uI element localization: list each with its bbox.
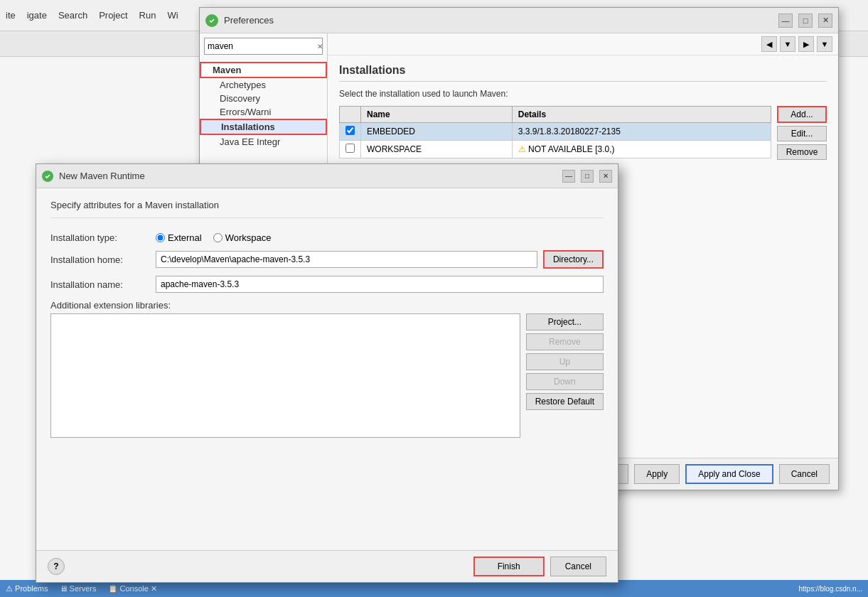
preferences-title: Preferences — [224, 15, 773, 26]
row-name-embedded: EMBEDDED — [361, 123, 513, 141]
libraries-buttons: Project... Remove Up Down Restore Defaul… — [526, 313, 604, 438]
menu-search[interactable]: Search — [58, 10, 87, 21]
table-row[interactable]: WORKSPACE ⚠ NOT AVAILABLE [3.0,) — [340, 141, 771, 158]
nav-back-btn[interactable]: ◀ — [761, 36, 777, 52]
col-details: Details — [512, 107, 771, 123]
tree-item-installations[interactable]: Installations — [200, 119, 327, 135]
row-details-workspace: ⚠ NOT AVAILABLE [3.0,) — [512, 141, 771, 158]
installation-home-row: Installation home: Directory... — [50, 250, 604, 269]
installation-name-row: Installation name: — [50, 276, 604, 293]
preferences-icon — [205, 14, 218, 27]
nav-forward-btn[interactable]: ▶ — [798, 36, 814, 52]
installation-home-input[interactable] — [156, 251, 537, 268]
maven-window-controls: — □ ✕ — [562, 170, 612, 183]
row-check-embedded[interactable] — [340, 123, 361, 141]
tree-item-java-ee[interactable]: Java EE Integr — [200, 135, 327, 149]
external-radio-option[interactable]: External — [156, 232, 202, 243]
ide-title: ite — [6, 10, 16, 21]
maven-titlebar: New Maven Runtime — □ ✕ — [36, 164, 618, 188]
edit-button[interactable]: Edit... — [777, 126, 827, 141]
maven-description: Specify attributes for a Maven installat… — [50, 200, 604, 218]
maven-maximize-btn[interactable]: □ — [581, 170, 594, 183]
row-details-embedded: 3.3.9/1.8.3.20180227-2135 — [512, 123, 771, 141]
maven-footer-right: Finish Cancel — [473, 556, 606, 576]
search-clear-btn[interactable]: ✕ — [317, 40, 323, 53]
cancel-button[interactable]: Cancel — [779, 464, 830, 484]
section-title: Installations — [339, 64, 827, 82]
add-button[interactable]: Add... — [777, 106, 827, 123]
apply-button[interactable]: Apply — [634, 464, 680, 484]
menu-project[interactable]: Project — [99, 10, 127, 21]
workspace-checkbox[interactable] — [345, 144, 355, 153]
row-name-workspace: WORKSPACE — [361, 141, 513, 158]
installation-name-input[interactable] — [156, 276, 604, 293]
directory-button[interactable]: Directory... — [543, 250, 604, 269]
status-servers[interactable]: 🖥 Servers — [60, 584, 97, 593]
maven-runtime-dialog: New Maven Runtime — □ ✕ Specify attribut… — [36, 163, 618, 583]
maven-body: Specify attributes for a Maven installat… — [36, 188, 618, 550]
row-check-workspace[interactable] — [340, 141, 361, 158]
workspace-radio[interactable] — [213, 233, 223, 242]
tree-item-discovery[interactable]: Discovery — [200, 92, 327, 105]
libraries-section: Additional extension libraries: Project.… — [50, 300, 604, 438]
status-problems[interactable]: ⚠ Problems — [6, 584, 48, 593]
external-label: External — [168, 232, 202, 243]
col-name: Name — [361, 107, 513, 123]
help-button[interactable]: ? — [48, 558, 65, 575]
tree-search-box[interactable]: ✕ — [204, 38, 323, 55]
installation-type-label: Installation type: — [50, 232, 150, 243]
finish-button[interactable]: Finish — [473, 556, 545, 576]
installations-table: Name Details EMBEDDED 3.3.9/1.8.3.201802… — [339, 106, 771, 158]
restore-default-button[interactable]: Restore Default — [526, 393, 604, 410]
maven-icon — [42, 171, 53, 182]
installation-type-radio-group: External Workspace — [156, 232, 272, 243]
preferences-window-controls: — □ ✕ — [778, 14, 832, 28]
warning-icon: ⚠ — [518, 144, 526, 154]
tree-search-input[interactable] — [205, 41, 317, 51]
libraries-label: Additional extension libraries: — [50, 300, 604, 311]
table-row[interactable]: EMBEDDED 3.3.9/1.8.3.20180227-2135 — [340, 123, 771, 141]
menu-wi[interactable]: Wi — [167, 10, 178, 21]
up-button[interactable]: Up — [526, 353, 604, 370]
tree-item-maven[interactable]: Maven — [200, 62, 327, 78]
installation-name-label: Installation name: — [50, 279, 150, 290]
libraries-area: Project... Remove Up Down Restore Defaul… — [50, 313, 604, 438]
apply-close-button[interactable]: Apply and Close — [685, 464, 773, 484]
remove-button[interactable]: Remove — [777, 144, 827, 160]
menu-run[interactable]: Run — [139, 10, 156, 21]
maven-cancel-button[interactable]: Cancel — [550, 556, 606, 576]
installation-type-row: Installation type: External Workspace — [50, 232, 604, 243]
embedded-checkbox[interactable] — [345, 126, 355, 135]
maven-footer: ? Finish Cancel — [36, 550, 618, 582]
table-side-buttons: Add... Edit... Remove — [777, 106, 827, 160]
status-console[interactable]: 📋 Console ✕ — [108, 584, 157, 593]
external-radio[interactable] — [156, 233, 165, 242]
preferences-maximize-btn[interactable]: □ — [798, 14, 813, 28]
maven-minimize-btn[interactable]: — — [562, 170, 575, 183]
maven-dialog-title: New Maven Runtime — [59, 171, 557, 181]
nav-forward-dropdown-btn[interactable]: ▼ — [817, 36, 832, 52]
workspace-radio-option[interactable]: Workspace — [213, 232, 272, 243]
down-button[interactable]: Down — [526, 373, 604, 390]
preferences-close-btn[interactable]: ✕ — [818, 14, 832, 28]
tree-item-errors[interactable]: Errors/Warni — [200, 105, 327, 119]
status-url: https://blog.csdn.n... — [799, 585, 863, 593]
project-button[interactable]: Project... — [526, 313, 604, 330]
tree-item-archetypes[interactable]: Archetypes — [200, 78, 327, 92]
preferences-titlebar: Preferences — □ ✕ — [200, 8, 838, 33]
installations-area: Name Details EMBEDDED 3.3.9/1.8.3.201802… — [339, 106, 827, 160]
preferences-minimize-btn[interactable]: — — [778, 14, 793, 28]
menu-navigate[interactable]: igate — [27, 10, 47, 21]
right-panel-toolbar: ◀ ▼ ▶ ▼ — [328, 33, 838, 55]
libraries-list — [50, 313, 520, 438]
nav-dropdown-btn[interactable]: ▼ — [780, 36, 795, 52]
maven-close-btn[interactable]: ✕ — [599, 170, 612, 183]
section-desc: Select the installation used to launch M… — [339, 89, 827, 99]
installations-table-wrapper: Name Details EMBEDDED 3.3.9/1.8.3.201802… — [339, 106, 771, 160]
installation-home-label: Installation home: — [50, 254, 150, 265]
workspace-label: Workspace — [225, 232, 272, 243]
libraries-remove-button[interactable]: Remove — [526, 333, 604, 350]
col-check — [340, 107, 361, 123]
